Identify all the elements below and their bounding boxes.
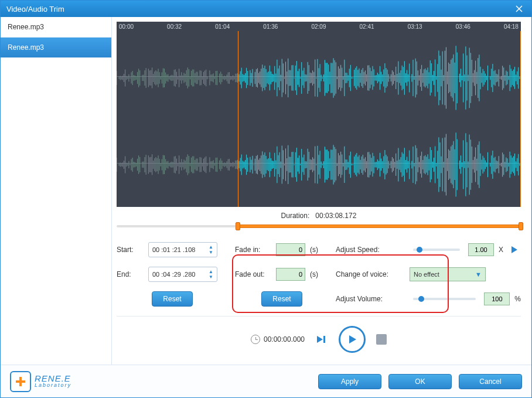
reset-fade-button[interactable]: Reset <box>261 291 302 307</box>
end-time-input[interactable]: 00 :04 :29 .280 ▲▼ <box>148 267 217 282</box>
timeline-tick: 00:32 <box>167 23 182 30</box>
timeline-tick: 03:13 <box>408 23 422 30</box>
preview-speed-play-icon[interactable] <box>508 243 521 256</box>
svg-rect-0 <box>323 336 325 343</box>
fade-out-input[interactable] <box>276 268 305 281</box>
voice-effect-select[interactable]: No effect ▼ <box>410 267 486 281</box>
timeline-tick: 01:04 <box>215 23 230 30</box>
chevron-down-icon[interactable]: ▼ <box>207 250 214 255</box>
jump-to-start-icon[interactable] <box>315 333 328 346</box>
end-time-value: 00 :04 :29 .280 <box>152 271 195 278</box>
plus-icon <box>10 371 31 392</box>
titlebar: Video/Audio Trim <box>1 1 531 17</box>
volume-input[interactable] <box>484 292 510 305</box>
timeline-tick: 01:36 <box>263 23 278 30</box>
stop-button[interactable] <box>376 334 387 345</box>
timeline-tick: 04:18 <box>504 23 519 30</box>
volume-slider[interactable] <box>413 298 476 300</box>
chevron-up-icon[interactable]: ▲ <box>207 270 214 274</box>
brand-subtitle: Laboratory <box>35 383 71 388</box>
trim-range-slider[interactable] <box>117 223 521 229</box>
apply-button[interactable]: Apply <box>318 374 381 389</box>
start-time-value: 00 :01 :21 .108 <box>152 246 195 253</box>
ok-button[interactable]: OK <box>388 374 452 389</box>
playback-bar: 00:00:00.000 <box>117 321 521 358</box>
fade-in-input[interactable] <box>276 243 305 256</box>
start-time-input[interactable]: 00 :01 :21 .108 ▲▼ <box>148 242 217 257</box>
file-list: Renee.mp3Renee.mp3 <box>1 17 112 365</box>
fade-out-label: Fade out: <box>235 270 271 278</box>
duration-label: Duration: <box>281 212 310 220</box>
play-button[interactable] <box>339 326 366 353</box>
window-title: Video/Audio Trim <box>6 5 64 13</box>
fade-unit: (s) <box>310 270 318 278</box>
close-icon[interactable] <box>513 2 526 15</box>
speed-unit: X <box>499 246 503 254</box>
adjust-speed-label: Adjust Speed: <box>336 246 405 254</box>
brand-logo: RENE.E Laboratory <box>10 371 71 392</box>
timeline-tick: 03:46 <box>456 23 470 30</box>
cancel-button[interactable]: Cancel <box>459 374 522 389</box>
file-list-item[interactable]: Renee.mp3 <box>1 38 111 58</box>
timeline-ruler: 00:0000:3201:0401:3602:0902:4103:1303:46… <box>117 22 521 31</box>
file-list-item[interactable]: Renee.mp3 <box>1 17 111 38</box>
duration-value: 00:03:08.172 <box>315 212 356 220</box>
timeline-tick: 00:00 <box>119 23 134 30</box>
trim-end-handle[interactable] <box>519 222 523 230</box>
end-label: End: <box>117 270 144 278</box>
timeline-tick: 02:09 <box>311 23 326 30</box>
fade-unit: (s) <box>310 246 318 254</box>
change-voice-label: Change of voice: <box>336 270 405 278</box>
waveform-display[interactable] <box>117 31 521 207</box>
speed-slider[interactable] <box>413 249 460 251</box>
speed-input[interactable] <box>468 243 494 256</box>
clock-icon <box>251 335 260 344</box>
playback-clock: 00:00:00.000 <box>264 335 305 343</box>
timeline-tick: 02:41 <box>360 23 374 30</box>
volume-unit: % <box>514 295 521 303</box>
chevron-up-icon[interactable]: ▲ <box>207 245 214 250</box>
svg-rect-2 <box>16 380 25 383</box>
start-label: Start: <box>117 246 144 254</box>
brand-name: RENE.E <box>35 375 71 383</box>
chevron-down-icon: ▼ <box>475 271 482 278</box>
adjust-volume-label: Adjust Volume: <box>336 295 405 303</box>
fade-in-label: Fade in: <box>235 246 271 254</box>
voice-effect-value: No effect <box>414 271 439 278</box>
trim-start-handle[interactable] <box>236 222 240 230</box>
reset-trim-button[interactable]: Reset <box>152 291 193 307</box>
chevron-down-icon[interactable]: ▼ <box>207 275 214 280</box>
duration-readout: Duration: 00:03:08.172 <box>117 207 521 222</box>
footer: RENE.E Laboratory Apply OK Cancel <box>1 365 531 397</box>
